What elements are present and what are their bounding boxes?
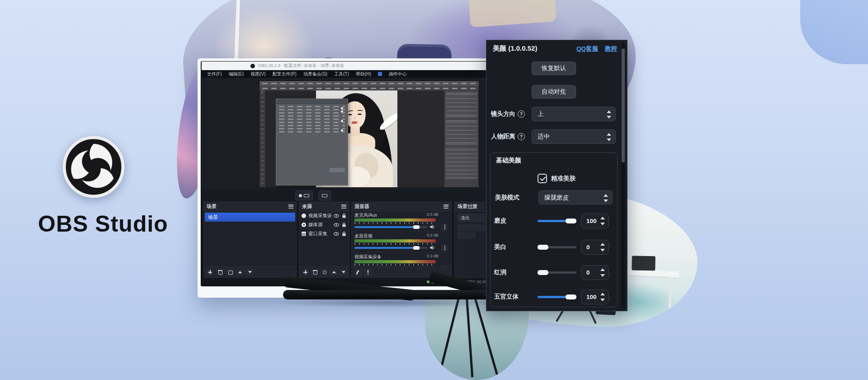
- whitening-slider-row: 美白 0: [491, 239, 617, 255]
- menu-item-plugin-center[interactable]: 插件中心: [389, 71, 407, 77]
- meter-ticks: [354, 222, 436, 224]
- ps-dialog-row: [276, 119, 348, 120]
- skin-mode-select[interactable]: 朦胧磨皮: [538, 190, 613, 204]
- help-icon[interactable]: ?: [518, 133, 525, 140]
- value-stepper[interactable]: 0: [581, 265, 609, 280]
- stepper-down-icon[interactable]: [600, 223, 605, 225]
- lock-icon[interactable]: [341, 223, 347, 227]
- menu-item-profile[interactable]: 配置文件(P): [272, 71, 296, 77]
- move-scene-down-button[interactable]: [246, 269, 254, 276]
- visibility-eye-icon[interactable]: [334, 214, 339, 218]
- source-properties-button[interactable]: [321, 269, 328, 276]
- volume-handle[interactable]: [413, 225, 420, 229]
- slider-track[interactable]: [538, 296, 576, 298]
- stepper-down-icon[interactable]: [600, 299, 605, 301]
- panel-scrollbar: [622, 43, 625, 308]
- slider-handle[interactable]: [566, 218, 576, 223]
- preview-chip-2[interactable]: [318, 190, 331, 200]
- add-scene-button[interactable]: [206, 269, 214, 276]
- scene-list-item-selected[interactable]: 场景: [205, 213, 295, 222]
- mixer-style-button[interactable]: [354, 269, 362, 276]
- filter-icon[interactable]: [443, 204, 448, 209]
- person-distance-select[interactable]: 适中: [532, 129, 616, 144]
- menu-item-help[interactable]: 帮助(H): [356, 71, 371, 77]
- volume-slider[interactable]: [354, 247, 428, 249]
- menu-item-file[interactable]: 文件(F): [207, 71, 222, 77]
- camera-direction-select[interactable]: 上: [532, 107, 616, 121]
- volume-slider[interactable]: [354, 226, 428, 228]
- stepper-value: 100: [586, 214, 597, 228]
- channel-options-icon[interactable]: [442, 223, 448, 231]
- preview-chip-1[interactable]: [295, 190, 313, 200]
- source-list-item[interactable]: 视频采集设备: [299, 211, 349, 220]
- beauty-panel: 美颜 (1.0.0.52) QQ客服 教程 恢复默认 自动对焦 镜头方向 ? 上…: [486, 40, 627, 311]
- menu-item-edit[interactable]: 编辑(E): [229, 71, 244, 77]
- source-list-item[interactable]: 媒体源: [299, 220, 349, 229]
- stepper-down-icon[interactable]: [600, 274, 605, 277]
- mixer-dock-header: 混音器: [352, 202, 451, 211]
- autofocus-button[interactable]: 自动对焦: [532, 85, 576, 99]
- chevron-up-down-icon[interactable]: [606, 110, 612, 119]
- portrait-earring: [363, 119, 364, 120]
- move-source-down-button[interactable]: [340, 269, 347, 276]
- filter-icon[interactable]: [341, 204, 346, 209]
- add-source-button[interactable]: [302, 269, 309, 276]
- stepper-up-icon[interactable]: [600, 268, 605, 271]
- source-list-item[interactable]: 窗口采集: [299, 229, 349, 238]
- slider-handle[interactable]: [566, 294, 576, 299]
- remove-scene-button[interactable]: [216, 269, 224, 276]
- visibility-eye-icon[interactable]: [334, 232, 339, 236]
- value-stepper[interactable]: 0: [581, 240, 609, 255]
- chevron-up-down-icon[interactable]: [603, 194, 609, 203]
- move-scene-up-button[interactable]: [236, 269, 244, 276]
- monitor: OBS 25.1.3 - 配置文件: 未命名 - 场景: 未命名 文件(F) 编…: [198, 58, 501, 298]
- restore-default-button[interactable]: 恢复默认: [532, 62, 576, 75]
- mixer-channel: 麦克风/Aux 0.0 dB: [352, 211, 451, 232]
- window-icon: [302, 232, 306, 236]
- slider-track[interactable]: [538, 220, 576, 222]
- captured-photoshop-window: [259, 81, 479, 188]
- remove-source-button[interactable]: [311, 269, 318, 276]
- speaker-icon[interactable]: [429, 245, 435, 250]
- lock-icon[interactable]: [341, 232, 347, 236]
- menu-item-view[interactable]: 视图(V): [250, 71, 265, 77]
- decor-shelf-glow: [467, 0, 557, 27]
- slider-track[interactable]: [538, 271, 576, 274]
- volume-handle[interactable]: [413, 246, 420, 250]
- slider-handle[interactable]: [538, 245, 548, 250]
- basic-beauty-title: 基础美颜: [496, 157, 521, 165]
- help-icon[interactable]: ?: [518, 110, 525, 118]
- menu-item-scene-collection[interactable]: 场景集合(S): [303, 71, 327, 77]
- qq-support-link[interactable]: QQ客服: [576, 45, 598, 53]
- scrollbar-thumb[interactable]: [622, 48, 625, 162]
- filter-icon[interactable]: [288, 204, 293, 209]
- transition-extra-field[interactable]: [458, 232, 476, 239]
- stepper-up-icon[interactable]: [600, 243, 605, 246]
- channel-options-icon[interactable]: [442, 244, 448, 252]
- stepper-down-icon[interactable]: [600, 249, 605, 252]
- precise-skin-row: 精准美肤: [491, 173, 617, 185]
- stepper-up-icon[interactable]: [600, 293, 605, 295]
- precise-skin-checkbox[interactable]: [538, 174, 547, 183]
- scene-properties-button[interactable]: [226, 269, 234, 276]
- sources-dock: 来源 视频采集设备 媒体源: [299, 202, 349, 278]
- slider-handle[interactable]: [538, 270, 548, 275]
- stepper-up-icon[interactable]: [600, 217, 605, 219]
- tutorial-link[interactable]: 教程: [605, 45, 617, 53]
- mixer-advanced-button[interactable]: [364, 269, 372, 276]
- slider-track[interactable]: [538, 246, 576, 248]
- value-stepper[interactable]: 100: [581, 290, 609, 304]
- ps-dialog-row: [276, 106, 348, 107]
- obs-branding: OBS Studio: [22, 136, 184, 237]
- menu-item-tools[interactable]: 工具(T): [334, 71, 349, 77]
- person-distance-row: 人物距离 ? 适中: [486, 129, 627, 144]
- value-stepper[interactable]: 100: [581, 214, 609, 228]
- ps-dialog-button[interactable]: [330, 168, 345, 172]
- speaker-icon[interactable]: [429, 224, 435, 229]
- move-source-up-button[interactable]: [330, 269, 337, 276]
- chevron-up-down-icon[interactable]: [606, 133, 612, 142]
- visibility-eye-icon[interactable]: [334, 223, 339, 227]
- portrait-nose: [354, 116, 355, 119]
- monitor-screen: OBS 25.1.3 - 配置文件: 未命名 - 场景: 未命名 文件(F) 编…: [201, 61, 498, 286]
- lock-icon[interactable]: [341, 214, 347, 218]
